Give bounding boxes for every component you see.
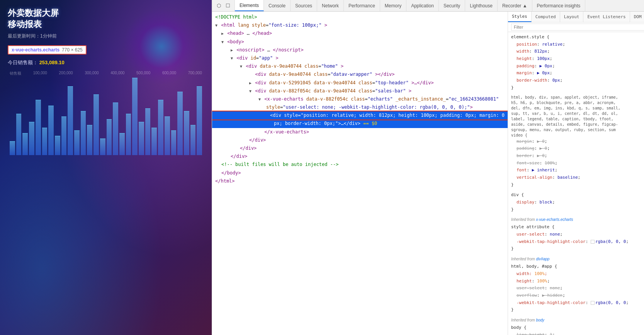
dom-line[interactable]: ▶ <div data-v-9ea40744 class="datav-wrap…	[212, 70, 508, 79]
css-rule-element-style: element.style { position: relative; widt…	[511, 34, 644, 92]
chart-bar	[29, 122, 34, 155]
tab-elements[interactable]: Elements	[235, 0, 264, 11]
tab-perf-insights[interactable]: Performance insights	[532, 0, 586, 11]
css-rule-div: div { display: block; }	[511, 191, 644, 213]
chart-bar	[42, 128, 48, 155]
tab-recorder[interactable]: Recorder ▲	[498, 0, 532, 11]
dom-line[interactable]: ▶ <div data-v-52991045 data-v-9ea40744 c…	[212, 79, 508, 87]
dom-line: style="user-select: none; -webkit-tap-hi…	[212, 103, 508, 111]
cursor-icon[interactable]: ⬡	[215, 2, 222, 9]
devtools-tabs: ⬡ ☐ Elements Console Sources Network Per…	[212, 0, 644, 12]
preview-subtitle: 最后更新时间：1分钟前	[8, 33, 204, 39]
dom-line[interactable]: ▶ <head> … </head>	[212, 29, 508, 38]
dom-line: <!-- built files will be auto injected -…	[212, 161, 508, 169]
styles-tab-event-listeners[interactable]: Event Listeners	[583, 12, 630, 22]
tab-console[interactable]: Console	[264, 0, 291, 11]
chart-bar	[107, 119, 112, 155]
styles-tab-computed[interactable]: Computed	[532, 12, 560, 22]
preview-background: 外卖数据大屏 移动报表 最后更新时间：1分钟前 x-vue-echarts.ec…	[0, 0, 212, 335]
inherited-label-body: Inherited from body	[511, 317, 644, 323]
styles-tab-dom[interactable]: DOM	[630, 12, 644, 22]
chart-bars	[8, 78, 204, 155]
preview-title: 外卖数据大屏 移动报表	[8, 8, 204, 30]
styles-panel: Styles Computed Layout Event Listeners D…	[508, 12, 644, 335]
chart-bar	[171, 130, 177, 155]
chart-bar	[119, 133, 125, 155]
chart-bar	[165, 116, 170, 155]
component-badge: x-vue-echarts.echarts 770 × 625	[8, 45, 87, 55]
dom-line-selected-cont: px; border-width: 0px;">…</div> == $0	[212, 120, 508, 128]
chart-bar	[151, 128, 157, 155]
filter-input[interactable]	[511, 24, 644, 31]
dom-line[interactable]: ▼ <html lang style="font-size: 100px;" >	[212, 21, 508, 29]
chart-bar	[197, 86, 202, 156]
tab-performance[interactable]: Performance	[344, 0, 380, 11]
tab-sources[interactable]: Sources	[291, 0, 317, 11]
dom-line: </body>	[212, 169, 508, 177]
chart-bar	[61, 116, 67, 155]
color-swatch	[591, 240, 595, 244]
tab-application[interactable]: Application	[406, 0, 439, 11]
chart-bar	[113, 103, 118, 155]
chart-bar	[190, 125, 196, 156]
chart-bar	[139, 122, 144, 155]
chart-bar	[177, 92, 183, 155]
dom-line[interactable]: ▼ <div id="app" >	[212, 54, 508, 62]
chart-bar	[145, 108, 151, 155]
devtools-container: 外卖数据大屏 移动报表 最后更新时间：1分钟前 x-vue-echarts.ec…	[0, 0, 644, 335]
chart-bar	[74, 130, 80, 155]
dom-line[interactable]: ▶ <noscript> … </noscript>	[212, 46, 508, 54]
chart-bar	[68, 86, 73, 156]
tab-security[interactable]: Security	[439, 0, 465, 11]
tab-icons: ⬡ ☐	[212, 0, 235, 11]
chart-bar	[55, 136, 60, 155]
chart-bar	[10, 141, 15, 155]
chart-bar	[184, 111, 189, 155]
dom-line[interactable]: ▼ <div data-v-882f054c data-v-9ea40744 c…	[212, 87, 508, 95]
dom-line: </html>	[212, 177, 508, 185]
sales-amount: 253,089.10	[39, 60, 65, 65]
chart-bar	[93, 94, 99, 155]
dom-line[interactable]: ▼ <div data-v-9ea40744 class="home" >	[212, 62, 508, 70]
chart-bar	[87, 125, 92, 156]
chart-bar	[22, 133, 28, 155]
styles-tab-styles[interactable]: Styles	[508, 12, 532, 22]
dom-line-selected[interactable]: <div style="position: relative; width: 8…	[212, 111, 508, 120]
devtools-body: <!DOCTYPE html> ▼ <html lang style="font…	[212, 12, 644, 335]
dom-line: </div>	[212, 144, 508, 152]
tab-memory[interactable]: Memory	[380, 0, 406, 11]
tab-network[interactable]: Network	[317, 0, 344, 11]
chart-x-labels: 销售额 100,000 200,000 300,000 400,000 500,…	[8, 71, 204, 76]
chart-bar	[158, 100, 163, 155]
inherited-label-echarts: Inherited from x-vue-echarts.echarts	[511, 216, 644, 223]
chart-bar	[81, 111, 86, 155]
sales-info: 今日销售额： 253,089.10	[8, 59, 204, 66]
inherited-label-app: Inherited from div#app	[511, 256, 644, 262]
styles-tab-layout[interactable]: Layout	[560, 12, 584, 22]
filter-bar	[508, 22, 644, 32]
chart-bar	[100, 138, 105, 155]
badge-component-name: x-vue-echarts.echarts	[12, 47, 59, 53]
dom-line[interactable]: ▶ </x-vue-echarts>	[212, 128, 508, 136]
styles-content[interactable]: element.style { position: relative; widt…	[508, 32, 644, 335]
dom-line[interactable]: ▼ <body>	[212, 38, 508, 46]
chart-area: 销售额 100,000 200,000 300,000 400,000 500,…	[8, 71, 204, 155]
box-icon[interactable]: ☐	[224, 2, 231, 9]
chart-bar	[48, 106, 54, 156]
dom-line: <!DOCTYPE html>	[212, 13, 508, 21]
css-rule-app: html, body, #app { width: 100%; height: …	[511, 263, 644, 314]
dom-line: </div>	[212, 152, 508, 161]
dom-line[interactable]: ▼ <x-vue-echarts data-v-882f054c class="…	[212, 95, 508, 103]
css-rule-body: body { line-height: 1; }	[511, 324, 644, 335]
chart-bar	[126, 114, 131, 155]
css-rule-style-attr: style attribute { user-select: none; -we…	[511, 224, 644, 253]
tab-lighthouse[interactable]: Lighthouse	[465, 0, 498, 11]
chart-bar	[36, 100, 41, 155]
preview-panel: 外卖数据大屏 移动报表 最后更新时间：1分钟前 x-vue-echarts.ec…	[0, 0, 212, 335]
chart-bar	[16, 114, 22, 155]
devtools-panel: ⬡ ☐ Elements Console Sources Network Per…	[212, 0, 644, 335]
badge-component-size: 770 × 625	[62, 47, 83, 53]
dom-line: </div>	[212, 136, 508, 144]
dom-panel[interactable]: <!DOCTYPE html> ▼ <html lang style="font…	[212, 12, 508, 335]
chart-bar	[132, 78, 138, 155]
